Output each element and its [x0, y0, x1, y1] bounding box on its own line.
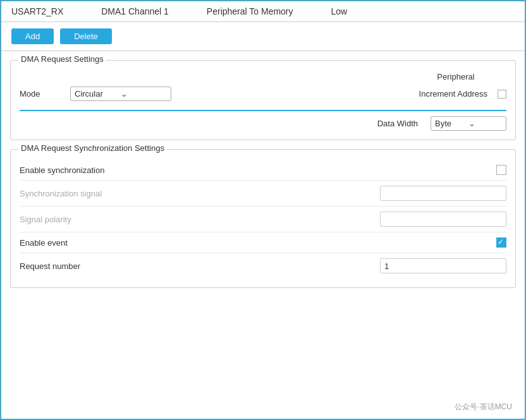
increment-address-group: Increment Address: [419, 89, 506, 99]
header-col3: Peripheral To Memory: [207, 6, 293, 16]
delete-button[interactable]: Delete: [60, 28, 112, 44]
increment-address-label: Increment Address: [419, 89, 487, 99]
sync-row-input: [380, 186, 506, 201]
dma-sync-settings-title: DMA Request Synchronization Settings: [18, 143, 167, 153]
sync-row-label: Enable event: [20, 238, 496, 248]
col-header-row: Peripheral: [20, 72, 506, 81]
watermark: 公众号·茶话MCU: [455, 402, 512, 412]
blue-divider: [20, 110, 506, 111]
sync-row: Signal polarity: [20, 207, 506, 232]
dma-request-settings-section: DMA Request Settings Peripheral Mode Cir…: [10, 60, 516, 140]
mode-select[interactable]: Circular ⌄: [70, 87, 171, 101]
sync-row-checkbox[interactable]: [496, 237, 506, 248]
peripheral-col-header: Peripheral: [424, 72, 487, 81]
data-width-select[interactable]: Byte ⌄: [431, 116, 506, 131]
dma-sync-settings-section: DMA Request Synchronization Settings Ena…: [10, 149, 516, 288]
dma-settings-content: Peripheral Mode Circular ⌄ Increment Add…: [20, 72, 506, 131]
sync-row-input[interactable]: [380, 258, 506, 273]
add-button[interactable]: Add: [11, 28, 54, 44]
data-width-row: Data Width Byte ⌄: [20, 116, 506, 131]
sync-row-label: Synchronization signal: [20, 189, 380, 198]
mode-value: Circular: [75, 89, 121, 99]
sync-row-input: [380, 212, 506, 227]
data-width-value: Byte: [435, 119, 468, 128]
mode-chevron-icon: ⌄: [121, 89, 167, 99]
sync-row: Enable synchronization: [20, 160, 506, 181]
sync-row: Request number: [20, 253, 506, 279]
header-col1: USART2_RX: [11, 6, 63, 16]
sync-row-label: Signal polarity: [20, 215, 380, 224]
sync-row-checkbox[interactable]: [496, 165, 506, 175]
mode-label: Mode: [20, 89, 70, 99]
main-container: USART2_RX DMA1 Channel 1 Peripheral To M…: [0, 0, 526, 420]
increment-address-checkbox[interactable]: [498, 90, 506, 99]
header-row: USART2_RX DMA1 Channel 1 Peripheral To M…: [1, 1, 525, 22]
dma-request-settings-title: DMA Request Settings: [18, 54, 106, 64]
sync-rows-container: Enable synchronizationSynchronization si…: [20, 160, 506, 279]
sync-row: Synchronization signal: [20, 181, 506, 207]
data-width-label: Data Width: [377, 119, 418, 128]
sync-row: Enable event: [20, 232, 506, 253]
header-col2: DMA1 Channel 1: [101, 6, 169, 16]
mode-row: Mode Circular ⌄ Increment Address: [20, 83, 506, 105]
toolbar: Add Delete: [1, 22, 525, 51]
sync-row-label: Request number: [20, 261, 380, 271]
sync-row-label: Enable synchronization: [20, 165, 496, 175]
data-width-chevron-icon: ⌄: [468, 119, 502, 128]
header-col4: Low: [331, 6, 348, 16]
